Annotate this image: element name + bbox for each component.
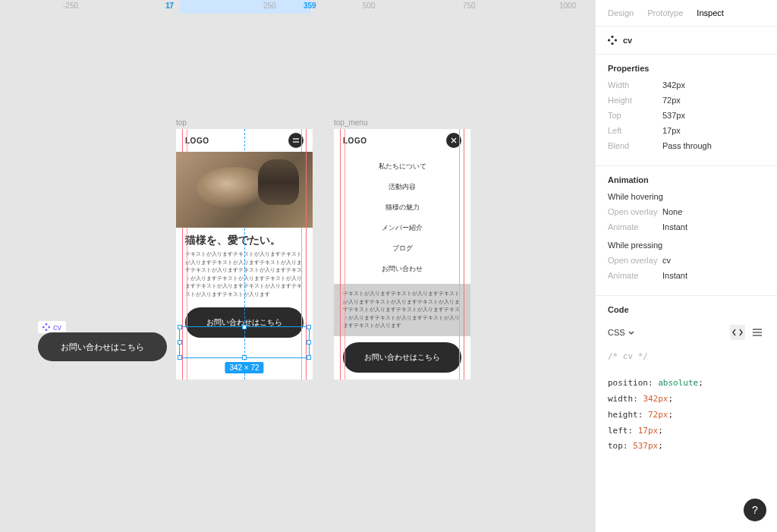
- prop-key: Open overlay: [608, 207, 662, 216]
- component-icon: [42, 323, 50, 331]
- frame-label[interactable]: top_menu: [334, 118, 367, 127]
- menu-list: 私たちについて 活動内容 猫様の魅力 メンバー紹介 ブログ お問い合わせ: [334, 152, 470, 284]
- component-label-text: cv: [53, 323, 61, 332]
- svg-rect-10: [608, 39, 611, 42]
- selected-component-header: cv: [596, 27, 777, 55]
- svg-rect-11: [614, 39, 617, 42]
- selection-outline[interactable]: 342 × 72: [179, 326, 310, 358]
- prop-key: Open overlay: [608, 256, 662, 265]
- svg-rect-2: [42, 326, 45, 329]
- animation-section: Animation While hovering Open overlayNon…: [596, 166, 777, 296]
- prop-value: 342px: [662, 80, 685, 90]
- code-line: width: 342px;: [608, 392, 765, 408]
- hero-image: [176, 152, 313, 228]
- prop-value: Instant: [662, 271, 687, 280]
- ruler-mark: 500: [363, 2, 376, 10]
- code-section: Code CSS /* cv */ position:: [596, 296, 777, 464]
- selection-size-label: 342 × 72: [225, 362, 263, 373]
- section-heading: Properties: [608, 64, 765, 73]
- menu-item[interactable]: 私たちについて: [334, 156, 470, 177]
- menu-item[interactable]: お問い合わせ: [334, 259, 470, 279]
- inspect-panel: Design Prototype Inspect cv Properties W…: [595, 0, 777, 532]
- panel-tabs: Design Prototype Inspect: [596, 0, 777, 27]
- tab-prototype[interactable]: Prototype: [647, 8, 683, 17]
- animation-subheading: While hovering: [608, 192, 765, 201]
- component-label[interactable]: cv: [38, 321, 66, 333]
- ruler-mark: 750: [463, 2, 476, 10]
- prop-value[interactable]: cv: [662, 256, 671, 265]
- code-line: /* cv */: [608, 349, 765, 365]
- prop-value: 537px: [662, 111, 685, 120]
- menu-item[interactable]: ブログ: [334, 238, 470, 259]
- frame-top-menu[interactable]: LOGO 私たちについて 活動内容 猫様の魅力 メンバー紹介 ブログ お問い合わ…: [334, 129, 470, 379]
- prop-value: Instant: [662, 222, 687, 231]
- ruler-selection-range: [180, 0, 310, 14]
- svg-rect-1: [45, 329, 48, 331]
- ruler-mark: -250: [63, 2, 78, 10]
- ruler: -250 0 250 500 750 1000 17 359: [0, 0, 595, 14]
- logo-text: LOGO: [343, 137, 366, 145]
- svg-rect-0: [45, 323, 48, 326]
- tab-inspect[interactable]: Inspect: [697, 8, 723, 17]
- canvas-area[interactable]: -250 0 250 500 750 1000 17 359 cv お問い合わせ…: [0, 0, 595, 532]
- frame-label[interactable]: top: [176, 118, 187, 127]
- prop-value: 72px: [662, 96, 681, 105]
- code-line: height: 72px;: [608, 408, 765, 423]
- code-lang-value: CSS: [608, 328, 625, 337]
- body-text: テキストが入りますテキストが入りますテキストが入りますテキストが入りますテキスト…: [334, 284, 470, 336]
- help-button[interactable]: ?: [744, 499, 766, 521]
- prop-key: Animate: [608, 271, 662, 280]
- menu-item[interactable]: 活動内容: [334, 177, 470, 197]
- prop-value: 17px: [662, 126, 681, 135]
- component-icon: [608, 36, 617, 45]
- code-view-icon[interactable]: [730, 325, 745, 340]
- ruler-guide-value: 359: [304, 2, 316, 10]
- menu-item[interactable]: 猫様の魅力: [334, 197, 470, 218]
- selected-component-name: cv: [623, 36, 632, 45]
- prop-key: Width: [608, 80, 662, 90]
- prop-value: Pass through: [662, 141, 712, 150]
- svg-rect-9: [611, 42, 614, 45]
- prop-key: Animate: [608, 222, 662, 231]
- code-block[interactable]: /* cv */ position: absolute; width: 342p…: [608, 349, 765, 455]
- ruler-guide-value: 17: [165, 2, 174, 10]
- prop-key: Left: [608, 126, 662, 135]
- ruler-mark: 250: [263, 2, 276, 10]
- logo-text: LOGO: [185, 137, 209, 145]
- help-icon: ?: [752, 504, 758, 516]
- canvas-cv-instance[interactable]: お問い合わせはこちら: [38, 332, 167, 361]
- svg-rect-3: [48, 326, 50, 329]
- chevron-down-icon: [628, 331, 634, 335]
- section-heading: Animation: [608, 175, 765, 184]
- prop-key: Blend: [608, 141, 662, 150]
- properties-section: Properties Width342px Height72px Top537p…: [596, 55, 777, 166]
- ruler-mark: 1000: [559, 2, 576, 10]
- prop-value[interactable]: None: [662, 207, 682, 216]
- svg-rect-8: [611, 36, 614, 39]
- code-lang-dropdown[interactable]: CSS: [608, 328, 634, 337]
- section-heading: Code: [608, 305, 765, 314]
- cta-text: お問い合わせはこちら: [61, 342, 144, 353]
- code-line: left: 17px;: [608, 423, 765, 439]
- prop-key: Height: [608, 96, 662, 105]
- code-line: position: absolute;: [608, 376, 765, 392]
- cta-button[interactable]: お問い合わせはこちら: [343, 342, 461, 373]
- table-view-icon[interactable]: [750, 325, 765, 340]
- tab-design[interactable]: Design: [608, 8, 634, 17]
- prop-key: Top: [608, 111, 662, 120]
- cta-label: お問い合わせはこちら: [364, 352, 440, 363]
- animation-subheading: While pressing: [608, 241, 765, 250]
- code-line: top: 537px;: [608, 439, 765, 455]
- menu-item[interactable]: メンバー紹介: [334, 218, 470, 238]
